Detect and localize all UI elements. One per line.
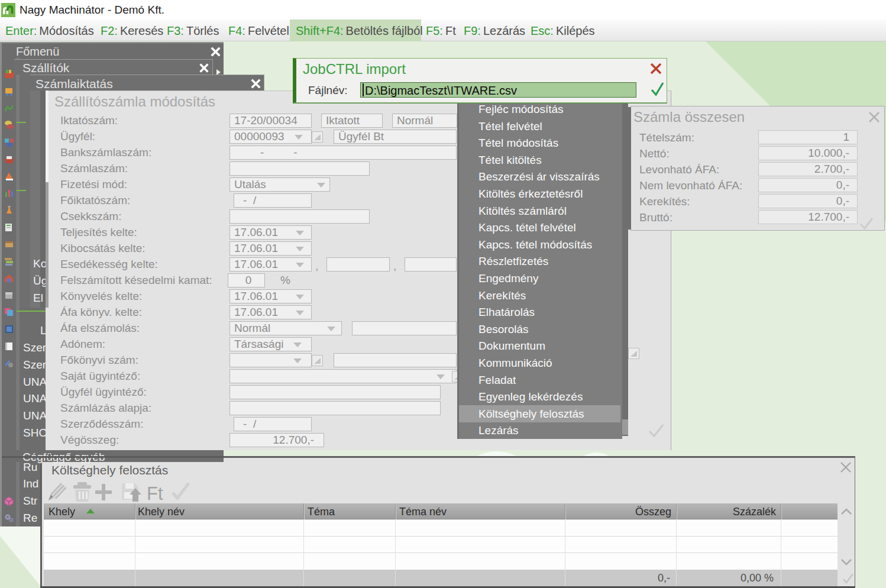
svg-text:Ft: Ft xyxy=(147,483,163,504)
